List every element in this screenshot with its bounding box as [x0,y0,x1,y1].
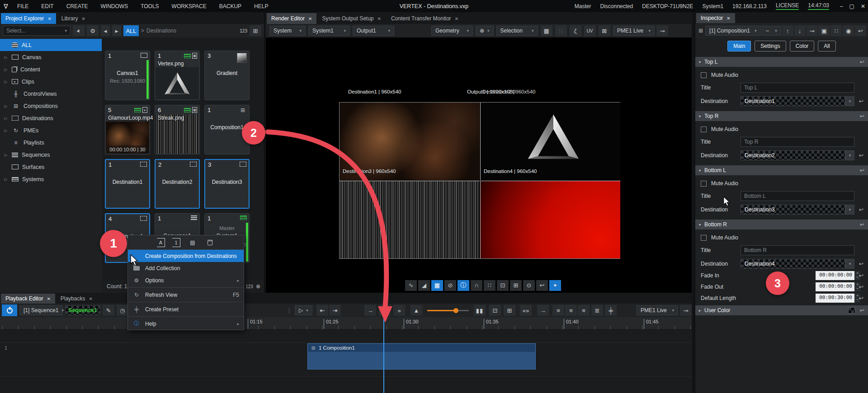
menu-backup[interactable]: BACKUP [214,1,247,11]
close-icon[interactable]: ✕ [377,16,381,21]
close-icon[interactable]: ✕ [455,16,458,21]
tab-library[interactable]: Library ✕ [57,13,90,24]
link-icon[interactable]: ↩ [859,284,863,290]
breadcrumb-path[interactable]: Destinations [146,28,176,34]
tab-system-output-setup[interactable]: System Output Setup✕ [317,13,385,24]
menu-file[interactable]: FILE [12,1,34,11]
menu-help[interactable]: HELP [249,1,274,11]
chevron-down-icon[interactable]: ▾ [845,150,854,160]
tree-item-surfaces[interactable]: Surfaces [0,161,102,173]
mode-color[interactable]: Color [790,41,815,51]
tree-item-systems[interactable]: ▷Systems [0,173,102,185]
card-vertex-png[interactable]: 1 ▦ Vertex.png [155,51,200,100]
breadcrumb-back-button[interactable]: ◂ [101,25,110,36]
menu-item-create-preset[interactable]: ╪Create Preset [128,303,244,315]
snapshot-button[interactable]: ⊙ [523,280,535,291]
align-right-button[interactable]: ≡ [578,305,590,316]
render-viewport[interactable]: Destination1 | 960x540 Output1 | 1920x10… [266,37,692,278]
dock-button[interactable]: ▣ [818,25,830,36]
menu-item-refresh-view[interactable]: ↻Refresh ViewF5 [128,289,244,301]
close-icon[interactable]: ✕ [47,16,51,21]
frame-out-button[interactable]: ⊞ [504,305,515,316]
destination-dropdown[interactable]: Destination3 [741,205,845,215]
rename-button[interactable]: A [157,238,165,247]
playback-power-button[interactable] [2,304,17,316]
close-button[interactable]: ✕ [861,3,865,9]
menu-item-help[interactable]: ⓘHelp▸ [128,318,244,330]
waveform-button[interactable]: ∿ [405,280,417,291]
bezier-button[interactable]: ζ [570,25,581,36]
title-input[interactable] [741,191,854,201]
clip-header[interactable]: ⊞1 Composition1 [307,343,536,352]
pointer-tool-button[interactable]: ➤ [73,25,85,36]
fade-out-value[interactable]: 00:00:00:00 [816,282,854,291]
breadcrumb-forward-button[interactable]: ▸ [112,25,121,36]
geometry-mode-dropdown[interactable]: Geometry▾ [431,26,473,36]
pme-live-dropdown[interactable]: PME1 Live▾ [637,305,678,315]
pin-inspector-button[interactable]: ⊸ [807,25,818,36]
clear-filter-icon[interactable]: ⊗ [256,283,260,290]
mask-overlay-button[interactable]: ⊘ [444,280,456,291]
chevron-down-icon[interactable]: ▾ [845,96,854,106]
expander-icon[interactable]: ▷ [4,67,8,72]
default-length-value[interactable]: 00:00:30:00 [816,294,854,303]
gradient-ramp-button[interactable]: ◢ [418,280,430,291]
mode-all[interactable]: All [818,41,835,51]
tree-item-playlists[interactable]: ≡Playlists [0,136,102,149]
close-icon[interactable]: ✕ [81,16,85,21]
jump-in-button[interactable]: → [364,305,376,316]
system1-dropdown[interactable]: System1▾ [308,26,350,36]
section-header[interactable]: ▾Bottom R↩ [695,220,868,229]
info-overlay-button[interactable]: ⓘ [458,280,469,291]
menu-item-create-composition[interactable]: Create Composition from Destinations [128,250,244,262]
menu-edit[interactable]: EDIT [36,1,59,11]
card-glamourloop[interactable]: 5 ▸ GlamourLoop.mp4 00:00:10:00 | 30 [105,105,150,154]
tree-item-destinations[interactable]: ▷Destinations [0,112,102,124]
blend-dropdown[interactable]: –▾ [762,26,781,36]
snap-grid-button[interactable]: ▦ [541,25,552,36]
pme-live-dropdown[interactable]: PME1 Live▾ [613,26,655,36]
settings-button[interactable]: ⚙ [87,25,99,36]
tab-render-editor[interactable]: Render Editor✕ [267,13,316,24]
card-destination3[interactable]: 3 Destination3 [204,159,250,209]
align-center-button[interactable]: ≡ [565,305,577,316]
output-canvas[interactable] [339,102,620,259]
active-sequence-badge[interactable]: Sequence1 [65,305,100,315]
insert-button[interactable]: ╪ [605,305,617,316]
expander-icon[interactable]: ▷ [4,55,8,60]
expander-icon[interactable]: ▷ [4,116,8,121]
select-dropdown[interactable]: Select... ▾ [3,26,71,36]
mode-main[interactable]: Main [727,41,751,51]
components-button[interactable]: ∷ [830,25,842,36]
tree-item-sequences[interactable]: ▷Sequences [0,149,102,161]
transform-tool-dropdown[interactable]: ⊕▾ [476,26,494,36]
license-button[interactable]: LICENSE [776,2,799,10]
expander-icon[interactable]: ▷ [4,80,8,84]
sort-numeric-button[interactable]: 123 [240,28,247,33]
audio-meter-button[interactable]: ▮▮ [474,305,486,316]
tab-playbacks[interactable]: Playbacks✕ [56,294,97,304]
timeline-ruler[interactable]: 01:15 01:25 01:30 01:35 01:40 01:45 [0,317,692,330]
menu-item-options[interactable]: ⚙Options▸ [128,274,244,286]
tab-playback-editor[interactable]: Playback Editor✕ [1,294,55,304]
output-dropdown[interactable]: Output1▾ [353,26,394,36]
breadcrumb-all-chip[interactable]: ALL [123,25,139,36]
menu-workspace[interactable]: WORKSPACE [166,1,212,11]
mute-audio-checkbox[interactable] [701,181,707,187]
tree-item-canvas[interactable]: ▷Canvas [0,51,102,63]
loop-button[interactable]: ⇄ [379,305,391,316]
link-icon[interactable]: ↩ [860,221,864,228]
link-icon[interactable]: ↩ [860,307,864,313]
link-icon[interactable]: ↩ [859,152,863,159]
renumber-button[interactable]: 1 [172,238,180,247]
tree-item-controlviews[interactable]: ╫ControlViews [0,88,102,100]
section-header[interactable]: ▸User Color↩ [695,305,868,315]
section-header[interactable]: ▾Bottom L↩ [695,165,868,175]
inspected-object-dropdown[interactable]: [1] Composition1 (['▾ [705,26,761,36]
move-up-button[interactable]: ↑ [782,25,793,36]
chevron-down-icon[interactable]: ▾ [845,205,854,215]
mark-out-button[interactable]: ⇥ [329,305,341,316]
tree-item-all[interactable]: ALL [0,39,102,51]
timecode-button[interactable]: ◷ [117,305,128,316]
opacity-slider-track[interactable] [427,310,469,311]
